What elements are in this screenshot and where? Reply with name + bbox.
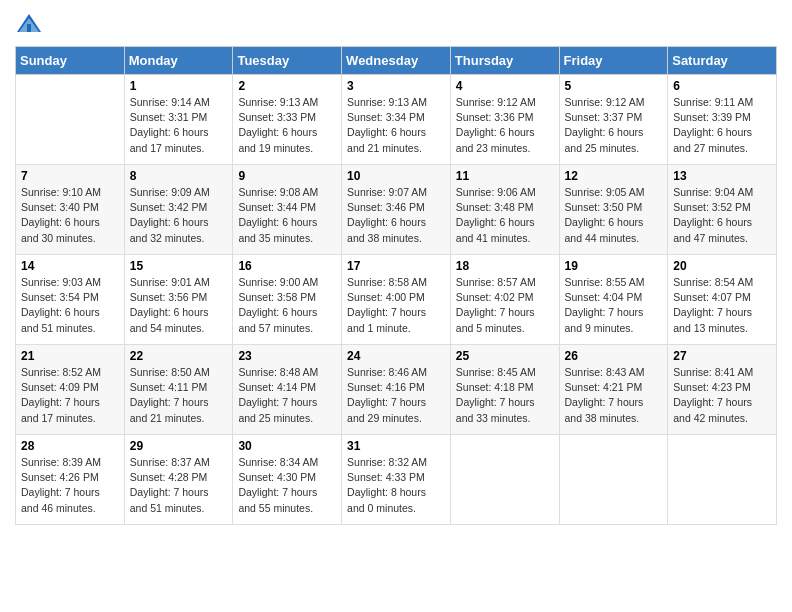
logo-icon [15,10,43,38]
day-info: Sunrise: 9:12 AMSunset: 3:37 PMDaylight:… [565,95,663,156]
calendar-cell [450,435,559,525]
day-info: Sunrise: 8:54 AMSunset: 4:07 PMDaylight:… [673,275,771,336]
day-number: 11 [456,169,554,183]
day-info: Sunrise: 8:43 AMSunset: 4:21 PMDaylight:… [565,365,663,426]
day-number: 17 [347,259,445,273]
day-number: 8 [130,169,228,183]
day-number: 23 [238,349,336,363]
calendar-cell: 20Sunrise: 8:54 AMSunset: 4:07 PMDayligh… [668,255,777,345]
day-number: 25 [456,349,554,363]
day-info: Sunrise: 9:04 AMSunset: 3:52 PMDaylight:… [673,185,771,246]
calendar-week-row: 14Sunrise: 9:03 AMSunset: 3:54 PMDayligh… [16,255,777,345]
day-info: Sunrise: 9:13 AMSunset: 3:33 PMDaylight:… [238,95,336,156]
day-number: 22 [130,349,228,363]
day-info: Sunrise: 8:34 AMSunset: 4:30 PMDaylight:… [238,455,336,516]
day-info: Sunrise: 8:46 AMSunset: 4:16 PMDaylight:… [347,365,445,426]
day-info: Sunrise: 9:13 AMSunset: 3:34 PMDaylight:… [347,95,445,156]
day-info: Sunrise: 9:01 AMSunset: 3:56 PMDaylight:… [130,275,228,336]
calendar-cell: 8Sunrise: 9:09 AMSunset: 3:42 PMDaylight… [124,165,233,255]
calendar-cell: 7Sunrise: 9:10 AMSunset: 3:40 PMDaylight… [16,165,125,255]
day-number: 27 [673,349,771,363]
calendar-cell: 9Sunrise: 9:08 AMSunset: 3:44 PMDaylight… [233,165,342,255]
day-info: Sunrise: 8:50 AMSunset: 4:11 PMDaylight:… [130,365,228,426]
day-info: Sunrise: 9:00 AMSunset: 3:58 PMDaylight:… [238,275,336,336]
day-number: 6 [673,79,771,93]
day-info: Sunrise: 9:09 AMSunset: 3:42 PMDaylight:… [130,185,228,246]
day-info: Sunrise: 8:55 AMSunset: 4:04 PMDaylight:… [565,275,663,336]
day-info: Sunrise: 9:11 AMSunset: 3:39 PMDaylight:… [673,95,771,156]
calendar-header-tuesday: Tuesday [233,47,342,75]
calendar-cell: 13Sunrise: 9:04 AMSunset: 3:52 PMDayligh… [668,165,777,255]
day-info: Sunrise: 8:48 AMSunset: 4:14 PMDaylight:… [238,365,336,426]
calendar-cell [559,435,668,525]
calendar-week-row: 21Sunrise: 8:52 AMSunset: 4:09 PMDayligh… [16,345,777,435]
day-number: 4 [456,79,554,93]
calendar-cell: 25Sunrise: 8:45 AMSunset: 4:18 PMDayligh… [450,345,559,435]
calendar-cell: 24Sunrise: 8:46 AMSunset: 4:16 PMDayligh… [342,345,451,435]
day-number: 28 [21,439,119,453]
calendar-table: SundayMondayTuesdayWednesdayThursdayFrid… [15,46,777,525]
day-number: 19 [565,259,663,273]
day-number: 3 [347,79,445,93]
calendar-cell: 4Sunrise: 9:12 AMSunset: 3:36 PMDaylight… [450,75,559,165]
day-info: Sunrise: 8:52 AMSunset: 4:09 PMDaylight:… [21,365,119,426]
calendar-cell: 29Sunrise: 8:37 AMSunset: 4:28 PMDayligh… [124,435,233,525]
calendar-cell: 1Sunrise: 9:14 AMSunset: 3:31 PMDaylight… [124,75,233,165]
calendar-cell: 21Sunrise: 8:52 AMSunset: 4:09 PMDayligh… [16,345,125,435]
day-number: 12 [565,169,663,183]
day-number: 5 [565,79,663,93]
calendar-cell: 19Sunrise: 8:55 AMSunset: 4:04 PMDayligh… [559,255,668,345]
day-number: 7 [21,169,119,183]
day-number: 2 [238,79,336,93]
calendar-header-monday: Monday [124,47,233,75]
calendar-header-sunday: Sunday [16,47,125,75]
day-info: Sunrise: 8:41 AMSunset: 4:23 PMDaylight:… [673,365,771,426]
day-number: 21 [21,349,119,363]
calendar-cell [16,75,125,165]
day-info: Sunrise: 9:14 AMSunset: 3:31 PMDaylight:… [130,95,228,156]
calendar-cell: 28Sunrise: 8:39 AMSunset: 4:26 PMDayligh… [16,435,125,525]
day-info: Sunrise: 9:07 AMSunset: 3:46 PMDaylight:… [347,185,445,246]
calendar-cell: 3Sunrise: 9:13 AMSunset: 3:34 PMDaylight… [342,75,451,165]
day-number: 1 [130,79,228,93]
calendar-cell: 23Sunrise: 8:48 AMSunset: 4:14 PMDayligh… [233,345,342,435]
calendar-cell: 18Sunrise: 8:57 AMSunset: 4:02 PMDayligh… [450,255,559,345]
calendar-header-wednesday: Wednesday [342,47,451,75]
calendar-cell: 30Sunrise: 8:34 AMSunset: 4:30 PMDayligh… [233,435,342,525]
day-number: 15 [130,259,228,273]
day-number: 31 [347,439,445,453]
day-number: 20 [673,259,771,273]
day-number: 29 [130,439,228,453]
day-number: 10 [347,169,445,183]
day-info: Sunrise: 9:10 AMSunset: 3:40 PMDaylight:… [21,185,119,246]
calendar-header-saturday: Saturday [668,47,777,75]
day-info: Sunrise: 9:03 AMSunset: 3:54 PMDaylight:… [21,275,119,336]
calendar-cell: 14Sunrise: 9:03 AMSunset: 3:54 PMDayligh… [16,255,125,345]
calendar-cell: 16Sunrise: 9:00 AMSunset: 3:58 PMDayligh… [233,255,342,345]
calendar-cell: 15Sunrise: 9:01 AMSunset: 3:56 PMDayligh… [124,255,233,345]
day-info: Sunrise: 9:12 AMSunset: 3:36 PMDaylight:… [456,95,554,156]
calendar-cell: 6Sunrise: 9:11 AMSunset: 3:39 PMDaylight… [668,75,777,165]
day-info: Sunrise: 8:45 AMSunset: 4:18 PMDaylight:… [456,365,554,426]
day-number: 26 [565,349,663,363]
calendar-cell: 22Sunrise: 8:50 AMSunset: 4:11 PMDayligh… [124,345,233,435]
calendar-week-row: 28Sunrise: 8:39 AMSunset: 4:26 PMDayligh… [16,435,777,525]
logo [15,10,49,38]
day-number: 9 [238,169,336,183]
day-info: Sunrise: 9:08 AMSunset: 3:44 PMDaylight:… [238,185,336,246]
calendar-cell: 5Sunrise: 9:12 AMSunset: 3:37 PMDaylight… [559,75,668,165]
day-info: Sunrise: 8:37 AMSunset: 4:28 PMDaylight:… [130,455,228,516]
day-number: 14 [21,259,119,273]
day-info: Sunrise: 8:58 AMSunset: 4:00 PMDaylight:… [347,275,445,336]
calendar-cell: 26Sunrise: 8:43 AMSunset: 4:21 PMDayligh… [559,345,668,435]
calendar-cell: 27Sunrise: 8:41 AMSunset: 4:23 PMDayligh… [668,345,777,435]
calendar-week-row: 1Sunrise: 9:14 AMSunset: 3:31 PMDaylight… [16,75,777,165]
day-number: 18 [456,259,554,273]
day-number: 13 [673,169,771,183]
calendar-week-row: 7Sunrise: 9:10 AMSunset: 3:40 PMDaylight… [16,165,777,255]
day-number: 16 [238,259,336,273]
day-info: Sunrise: 8:57 AMSunset: 4:02 PMDaylight:… [456,275,554,336]
calendar-header-thursday: Thursday [450,47,559,75]
page-header [15,10,777,38]
day-info: Sunrise: 8:32 AMSunset: 4:33 PMDaylight:… [347,455,445,516]
